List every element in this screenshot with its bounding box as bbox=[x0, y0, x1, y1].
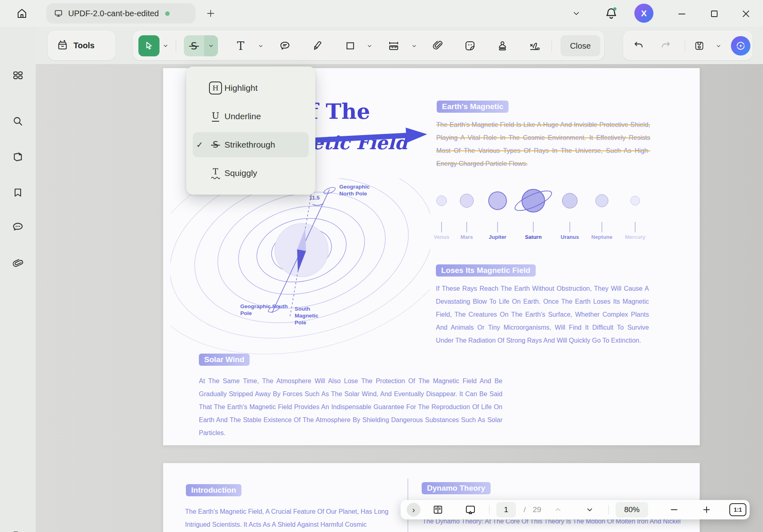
previous-page-button[interactable] bbox=[549, 500, 567, 519]
planet-circle bbox=[595, 194, 608, 207]
planet-circle bbox=[460, 194, 474, 208]
file-actions-toolbar bbox=[623, 31, 752, 60]
zoom-in-button[interactable] bbox=[698, 500, 716, 519]
planet-label: Mars bbox=[461, 234, 473, 240]
menu-item-strikethrough[interactable]: ✓ S Strikethrough bbox=[193, 132, 309, 157]
shape-tool-button[interactable] bbox=[340, 35, 361, 56]
menu-item-label: Highlight bbox=[224, 83, 258, 93]
sidebar-item-search[interactable] bbox=[9, 112, 27, 130]
planet-tick bbox=[635, 222, 636, 232]
shape-icon bbox=[345, 40, 356, 51]
minus-icon bbox=[669, 505, 679, 515]
close-label: Close bbox=[570, 41, 591, 51]
attachment-tool-button[interactable] bbox=[427, 35, 448, 56]
planet-tick bbox=[569, 222, 570, 232]
chevron-down-icon bbox=[258, 43, 264, 49]
undo-button[interactable] bbox=[628, 35, 649, 56]
ratio-label: 1:1 bbox=[729, 503, 746, 516]
chevron-down-icon bbox=[411, 43, 417, 49]
doc-title-line1: f The bbox=[309, 99, 370, 124]
titlebar-more-button[interactable] bbox=[569, 6, 584, 20]
zoom-level-button[interactable]: 80% bbox=[615, 500, 649, 519]
page-view-button[interactable] bbox=[429, 500, 447, 519]
strikethrough-icon: S bbox=[207, 140, 224, 149]
next-page-button[interactable] bbox=[581, 500, 599, 519]
planet-label: Venus bbox=[434, 234, 449, 240]
strikethrough-tool-button[interactable]: S bbox=[184, 35, 204, 56]
avatar-letter: X bbox=[641, 9, 647, 18]
expand-nav-button[interactable]: › bbox=[405, 500, 422, 519]
present-button[interactable] bbox=[461, 500, 480, 519]
ai-assistant-icon bbox=[735, 40, 747, 52]
reader-mode-icon bbox=[11, 530, 24, 532]
home-icon bbox=[16, 7, 28, 19]
text-tool-dropdown[interactable] bbox=[256, 41, 265, 51]
select-tool-button[interactable] bbox=[138, 35, 159, 56]
window-minimize-button[interactable] bbox=[674, 6, 690, 21]
planet-label: Neptune bbox=[591, 234, 612, 240]
window-close-button[interactable] bbox=[738, 6, 754, 21]
toolbar-divider bbox=[685, 39, 685, 52]
arrow-shaft bbox=[302, 133, 407, 144]
page-separator: / bbox=[521, 500, 529, 519]
page-number-input[interactable]: 1 bbox=[496, 500, 517, 519]
page-number-value: 1 bbox=[496, 502, 516, 517]
sidebar-item-thumbnails[interactable] bbox=[9, 148, 27, 166]
bell-icon bbox=[604, 6, 619, 21]
pen-tool-button[interactable] bbox=[307, 35, 328, 56]
planet-circle bbox=[436, 195, 447, 206]
menu-item-label: Underline bbox=[224, 112, 261, 121]
dynamo-theory-badge: Dynamo Theory bbox=[422, 482, 491, 494]
zoom-out-button[interactable] bbox=[665, 500, 683, 519]
sidebar-item-bookmarks[interactable] bbox=[9, 184, 27, 202]
document-tab[interactable]: UPDF-2.0-cant-be-edited bbox=[46, 3, 196, 24]
new-tab-button[interactable] bbox=[204, 6, 218, 20]
planet-circle bbox=[630, 196, 640, 206]
chevron-down-icon bbox=[162, 43, 169, 49]
menu-item-highlight[interactable]: H Highlight bbox=[193, 75, 309, 101]
stamp-tool-button[interactable] bbox=[492, 35, 513, 56]
sidebar-item-panels[interactable] bbox=[9, 66, 27, 84]
tools-button[interactable]: Tools bbox=[48, 31, 115, 60]
strikethrough-dropdown-menu: H Highlight U Underline ✓ S Strikethroug… bbox=[186, 66, 315, 195]
attachment-icon bbox=[12, 258, 24, 270]
checkmark-icon: ✓ bbox=[193, 140, 207, 150]
measure-tool-button[interactable] bbox=[383, 35, 404, 56]
shape-tool-dropdown[interactable] bbox=[365, 41, 374, 51]
sticker-icon bbox=[464, 40, 476, 52]
notifications-button[interactable] bbox=[602, 4, 620, 23]
planet-label: Uranus bbox=[561, 234, 579, 240]
select-tool-dropdown[interactable] bbox=[161, 41, 170, 51]
comment-tool-button[interactable] bbox=[274, 35, 295, 56]
measure-tool-dropdown[interactable] bbox=[410, 41, 418, 51]
squiggly-icon: T bbox=[207, 167, 224, 179]
chevron-down-icon bbox=[571, 9, 581, 18]
signature-icon bbox=[528, 39, 542, 53]
planet-label: Saturn bbox=[525, 234, 541, 240]
close-icon bbox=[741, 9, 751, 19]
home-button[interactable] bbox=[11, 3, 32, 24]
chevron-down-icon bbox=[716, 43, 722, 49]
ai-assistant-button[interactable] bbox=[731, 36, 750, 56]
signature-tool-button[interactable] bbox=[524, 35, 545, 56]
magnetic-field-diagram bbox=[170, 178, 430, 369]
strikethrough-tool-dropdown[interactable] bbox=[204, 35, 218, 56]
planet-tick bbox=[497, 222, 498, 232]
window-maximize-button[interactable] bbox=[706, 6, 722, 21]
save-dropdown[interactable] bbox=[714, 41, 723, 51]
text-tool-button[interactable]: T bbox=[230, 35, 251, 56]
sidebar-item-annotations[interactable] bbox=[9, 218, 27, 236]
redo-button[interactable] bbox=[655, 35, 677, 56]
avatar[interactable]: X bbox=[634, 4, 653, 23]
sticker-tool-button[interactable] bbox=[459, 35, 481, 56]
sidebar-item-attachments[interactable] bbox=[9, 255, 27, 273]
menu-item-underline[interactable]: U Underline bbox=[193, 104, 309, 129]
planet-circle bbox=[562, 193, 578, 208]
menu-item-squiggly[interactable]: T Squiggly bbox=[193, 161, 309, 186]
close-toolbar-button[interactable]: Close bbox=[560, 35, 600, 56]
actual-size-button[interactable]: 1:1 bbox=[729, 500, 747, 519]
introduction-badge: Introduction bbox=[186, 484, 241, 496]
save-button[interactable] bbox=[689, 35, 710, 56]
search-icon bbox=[12, 115, 24, 127]
sidebar-item-reader-mode[interactable] bbox=[9, 527, 27, 532]
